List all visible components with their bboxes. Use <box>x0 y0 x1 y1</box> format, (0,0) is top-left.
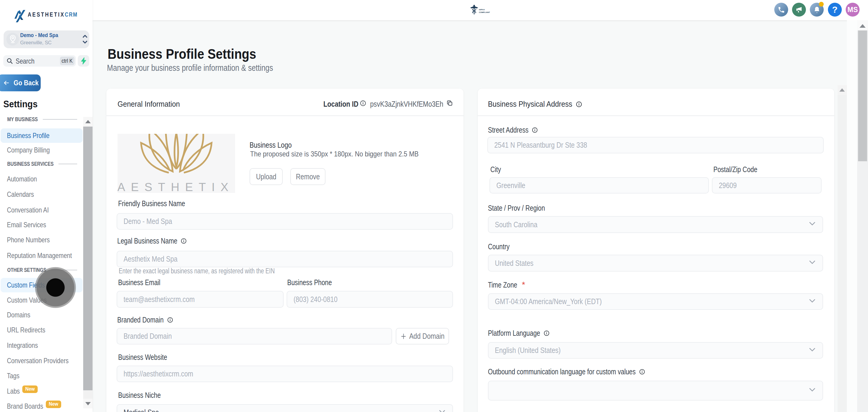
svg-text:HIPAA: HIPAA <box>479 9 485 10</box>
svg-text:AESTHETIX: AESTHETIX <box>118 181 234 193</box>
svg-text:COMPLIANT: COMPLIANT <box>479 11 490 13</box>
